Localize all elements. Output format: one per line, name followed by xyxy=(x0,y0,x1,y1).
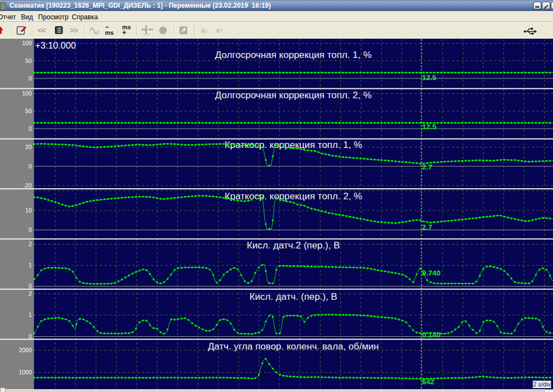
svg-text:100: 100 xyxy=(22,90,32,97)
svg-text:0: 0 xyxy=(29,75,32,82)
svg-text:2.7: 2.7 xyxy=(422,163,433,171)
svg-text:Датч. угла повор. коленч. вала: Датч. угла повор. коленч. вала, об/мин xyxy=(208,341,379,352)
svg-text:Долгосрочная коррекция топл. 1: Долгосрочная коррекция топл. 1, % xyxy=(215,49,371,60)
svg-text:2000: 2000 xyxy=(19,347,32,353)
svg-text:2: 2 xyxy=(29,290,32,297)
svg-text:10: 10 xyxy=(25,207,32,214)
svg-text:Кисл. датч. (пер.), В: Кисл. датч. (пер.), В xyxy=(249,291,337,302)
svg-text:50: 50 xyxy=(25,108,32,114)
svg-text:50: 50 xyxy=(25,57,32,64)
svg-text:0: 0 xyxy=(29,333,32,340)
svg-text:0.140: 0.140 xyxy=(422,331,440,339)
svg-text:642: 642 xyxy=(422,378,434,386)
svg-text:+3:10.000: +3:10.000 xyxy=(35,40,76,50)
svg-text:2 s/div: 2 s/div xyxy=(533,381,551,388)
svg-text:Долгосрочная коррекция топл. 2: Долгосрочная коррекция топл. 2, % xyxy=(215,89,371,100)
svg-text:Краткоср. коррекция топл. 2, %: Краткоср. коррекция топл. 2, % xyxy=(224,190,362,202)
svg-text:20: 20 xyxy=(25,144,32,150)
svg-text:0: 0 xyxy=(29,226,32,233)
svg-text:Кисл. датч.2 (пер.), В: Кисл. датч.2 (пер.), В xyxy=(247,240,340,251)
svg-text:0: 0 xyxy=(29,283,32,289)
svg-text:2: 2 xyxy=(29,241,32,247)
svg-text:12.5: 12.5 xyxy=(422,123,436,131)
svg-text:0: 0 xyxy=(29,125,32,132)
svg-text:12.5: 12.5 xyxy=(422,73,436,82)
svg-text:1: 1 xyxy=(29,311,32,318)
svg-text:0.740: 0.740 xyxy=(422,269,440,277)
svg-text:-20: -20 xyxy=(23,182,31,189)
svg-text:100: 100 xyxy=(22,40,32,46)
svg-text:1000: 1000 xyxy=(19,369,32,375)
svg-text:2.7: 2.7 xyxy=(422,223,433,231)
svg-text:0: 0 xyxy=(29,163,32,169)
svg-text:1: 1 xyxy=(29,262,32,268)
